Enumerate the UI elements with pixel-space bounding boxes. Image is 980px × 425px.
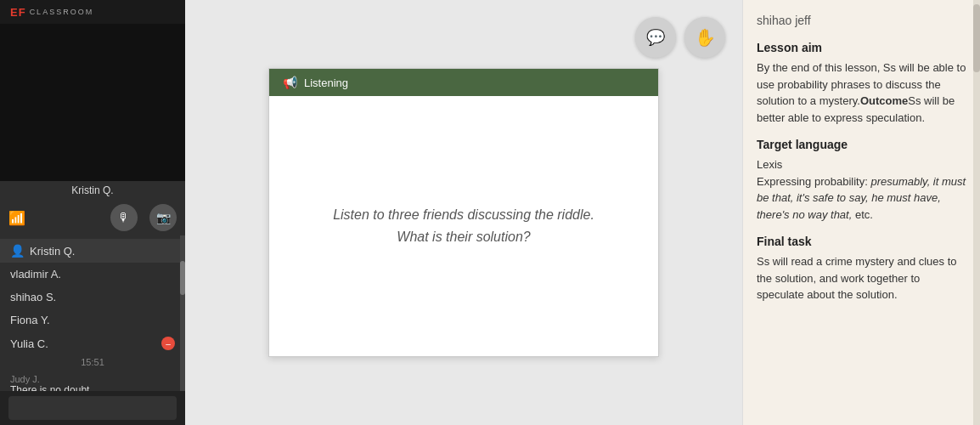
chat-message: There is no doubt <box>10 384 175 391</box>
chat-input[interactable] <box>8 396 177 420</box>
lesson-aim-body: By the end of this lesson, Ss will be ab… <box>757 60 966 126</box>
participant-name: Kristin Q. <box>30 245 75 258</box>
slide-text-line1: Listen to three friends discussing the r… <box>333 204 594 226</box>
chat-input-area <box>0 391 185 425</box>
main-content: 💬 ✋ 📢 Listening Listen to three friends … <box>185 0 742 425</box>
user-icon: 👤 <box>10 244 25 258</box>
mic-button[interactable]: 🎙 <box>110 204 138 231</box>
right-scroll-thumb <box>973 4 980 72</box>
right-panel-content: shihao jeff Lesson aim By the end of thi… <box>743 0 980 425</box>
chat-icon: 💬 <box>646 28 665 47</box>
participant-name: vladimir A. <box>10 268 61 280</box>
hand-raise-button[interactable]: ✋ <box>684 17 725 58</box>
final-task-body: Ss will read a crime mystery and clues t… <box>757 253 966 303</box>
panel-student-name: shihao jeff <box>757 14 966 27</box>
hand-icon: ✋ <box>695 27 716 48</box>
participant-item[interactable]: Yulia C. – <box>0 332 185 355</box>
target-language-section: Target language Lexis Expressing probabi… <box>757 138 966 223</box>
right-scroll-bar[interactable] <box>973 0 980 425</box>
video-placeholder <box>0 24 185 181</box>
megaphone-icon: 📢 <box>283 76 297 89</box>
participant-item[interactable]: 👤 Kristin Q. <box>0 239 185 263</box>
slide-body: Listen to three friends discussing the r… <box>269 96 658 356</box>
participant-item[interactable]: Fiona Y. <box>0 309 185 332</box>
participant-item[interactable]: vladimir A. <box>0 263 185 286</box>
chat-sender: Judy J. <box>10 374 175 384</box>
lesson-aim-section: Lesson aim By the end of this lesson, Ss… <box>757 41 966 126</box>
volume-icon: 📶 <box>8 210 25 226</box>
cam-button[interactable]: 📷 <box>149 204 177 231</box>
participant-item[interactable]: shihao S. <box>0 286 185 309</box>
top-right-controls: 💬 ✋ <box>635 17 725 58</box>
video-area <box>0 24 185 181</box>
participants-list: 👤 Kristin Q. vladimir A. shihao S. Fiona… <box>0 235 185 391</box>
sidebar: EF CLASSROOM Kristin Q. 📶 🎙 📷 👤 Kristin … <box>0 0 185 425</box>
target-language-title: Target language <box>757 138 966 151</box>
final-task-section: Final task Ss will read a crime mystery … <box>757 235 966 303</box>
sidebar-header: EF CLASSROOM <box>0 0 185 24</box>
ef-logo-text: EF <box>10 6 26 19</box>
target-language-body: Lexis Expressing probability: presumably… <box>757 156 966 223</box>
participant-name: shihao S. <box>10 291 56 303</box>
slide-container: 📢 Listening Listen to three friends disc… <box>268 68 659 357</box>
timestamp: 15:51 <box>0 355 185 369</box>
slide-header-label: Listening <box>304 76 348 89</box>
slide-text-line2: What is their solution? <box>397 226 530 248</box>
lesson-aim-title: Lesson aim <box>757 41 966 54</box>
right-panel: shihao jeff Lesson aim By the end of thi… <box>742 0 980 425</box>
current-student-name: Kristin Q. <box>0 181 185 200</box>
chat-toggle-button[interactable]: 💬 <box>635 17 676 58</box>
chat-preview: Judy J. There is no doubt <box>0 369 185 391</box>
controls-row: 📶 🎙 📷 <box>0 200 185 235</box>
participant-name: Yulia C. <box>10 337 48 350</box>
slide-header: 📢 Listening <box>269 69 658 96</box>
participant-name: Fiona Y. <box>10 314 50 326</box>
final-task-title: Final task <box>757 235 966 248</box>
participant-badge: – <box>161 337 175 350</box>
ef-logo: EF CLASSROOM <box>10 6 93 19</box>
ef-classroom-label: CLASSROOM <box>30 8 94 16</box>
